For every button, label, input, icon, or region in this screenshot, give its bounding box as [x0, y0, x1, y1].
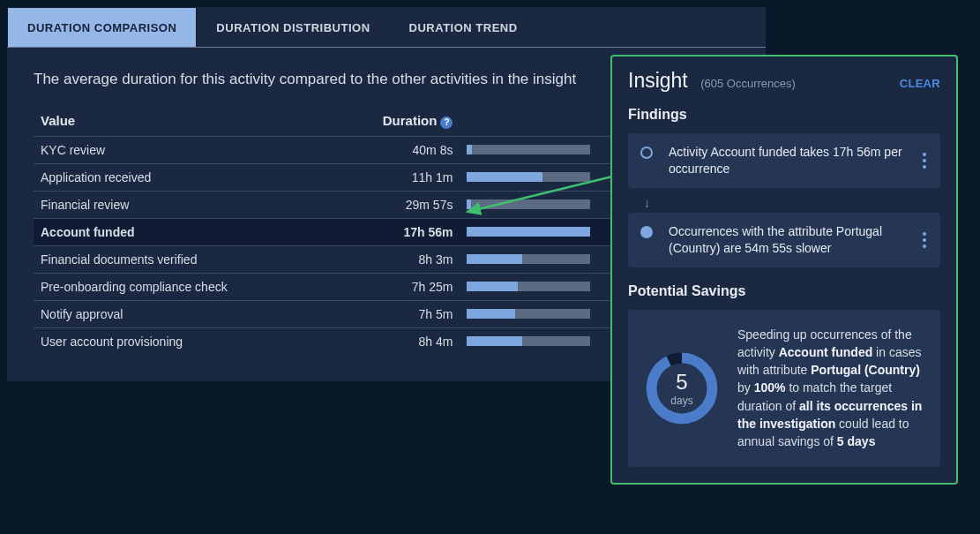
finding-text: Activity Account funded takes 17h 56m pe…: [669, 145, 902, 176]
insight-occurrences: (605 Occurrences): [700, 77, 796, 90]
row-bar: [460, 218, 597, 245]
row-value: Notify approval: [34, 300, 333, 327]
tab-bar: Duration Comparison Duration Distributio…: [7, 7, 766, 48]
row-duration: 8h 3m: [333, 245, 460, 273]
savings-heading: Potential Savings: [628, 283, 940, 299]
row-duration: 8h 4m: [333, 327, 460, 355]
row-bar: [460, 300, 597, 327]
row-value: Application received: [34, 163, 333, 191]
savings-card: 5 days Speeding up occurrences of the ac…: [628, 310, 940, 467]
insight-title: Insight: [628, 69, 688, 92]
findings-heading: Findings: [628, 107, 940, 123]
row-bar: [460, 136, 597, 163]
col-bar: [460, 108, 597, 136]
finding-card[interactable]: Activity Account funded takes 17h 56m pe…: [628, 133, 940, 188]
col-duration[interactable]: Duration?: [333, 108, 460, 136]
insight-panel: Insight (605 Occurrences) CLEAR Findings…: [610, 55, 958, 485]
savings-unit: days: [670, 395, 692, 407]
row-value: Account funded: [34, 218, 333, 245]
finding-menu-button[interactable]: [916, 229, 933, 251]
finding-bullet-icon: [640, 226, 653, 238]
row-bar: [460, 163, 597, 191]
finding-text: Occurrences with the attribute Portugal …: [669, 224, 882, 255]
tab-duration-trend[interactable]: Duration Trend: [390, 7, 537, 47]
row-duration: 17h 56m: [333, 218, 460, 245]
finding-menu-button[interactable]: [916, 150, 933, 171]
clear-button[interactable]: CLEAR: [900, 77, 940, 90]
savings-value: 5: [676, 370, 687, 395]
row-value: Financial review: [34, 191, 333, 218]
tab-duration-comparison[interactable]: Duration Comparison: [7, 7, 197, 47]
finding-card[interactable]: Occurrences with the attribute Portugal …: [628, 213, 940, 267]
savings-description: Speeding up occurrences of the activity …: [737, 326, 924, 451]
help-icon[interactable]: ?: [440, 117, 453, 129]
col-value[interactable]: Value: [34, 108, 333, 136]
savings-ring-icon: 5 days: [644, 350, 720, 426]
row-value: Pre-onboarding compliance check: [34, 273, 333, 300]
down-arrow-icon: ↓: [628, 193, 940, 213]
row-bar: [460, 245, 597, 273]
row-duration: 40m 8s: [333, 136, 460, 163]
row-duration: 29m 57s: [333, 191, 460, 218]
row-bar: [460, 191, 597, 218]
row-value: KYC review: [34, 136, 333, 163]
row-duration: 11h 1m: [333, 163, 460, 191]
row-bar: [460, 273, 597, 300]
row-duration: 7h 5m: [333, 300, 460, 327]
row-value: Financial documents verified: [34, 245, 333, 273]
finding-bullet-icon: [640, 147, 653, 159]
row-duration: 7h 25m: [333, 273, 460, 300]
row-bar: [460, 327, 597, 355]
tab-duration-distribution[interactable]: Duration Distribution: [197, 7, 389, 47]
row-value: User account provisioning: [34, 327, 333, 355]
